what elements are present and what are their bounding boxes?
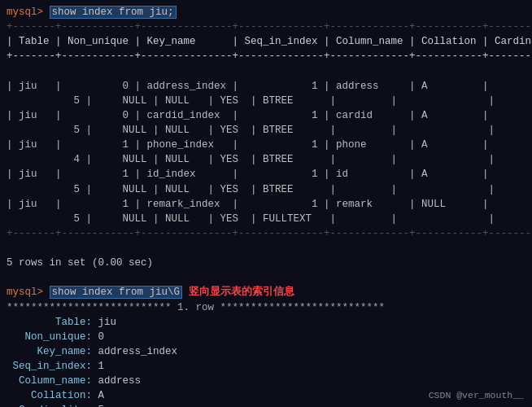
separator-top: +-------+------------+---------------+--…	[7, 20, 525, 34]
result-count: 5 rows in set (0.00 sec)	[7, 256, 525, 270]
prompt-2: mysql>	[7, 287, 50, 298]
table-row-1b: 5 | NULL | NULL | YES | BTREE | | |	[7, 94, 525, 108]
empty-3	[7, 270, 525, 285]
watermark: CSDN @ver_mouth__	[429, 390, 524, 400]
table-row-3a: | jiu | 1 | phone_index | 1 | phone | A …	[7, 138, 525, 152]
vfield-table: Table: jiu	[7, 315, 525, 330]
empty-2	[7, 241, 525, 256]
command-2-text: show index from jiu\G	[50, 286, 183, 299]
vfield-keyname: Key_name: address_index	[7, 344, 525, 359]
table-row-2a: | jiu | 0 | cardid_index | 1 | cardid | …	[7, 108, 525, 123]
command-line-1: mysql> show index from jiu;	[7, 5, 525, 20]
table-header: | Table | Non_unique | Key_name | Seq_in…	[7, 34, 525, 49]
command-line-2: mysql> show index from jiu\G竖向显示表的索引信息	[7, 285, 525, 300]
empty-1	[7, 64, 525, 79]
prompt-1: mysql>	[7, 7, 50, 18]
table-row-2b: 5 | NULL | NULL | YES | BTREE | | |	[7, 123, 525, 138]
table-row-4b: 5 | NULL | NULL | YES | BTREE | | |	[7, 182, 525, 197]
vfield-seqinindex: Seq_in_index: 1	[7, 359, 525, 374]
command-1-text: show index from jiu;	[50, 6, 177, 19]
table-subheader: +-------+------------+---------------+--…	[7, 49, 525, 63]
separator-bottom: +-------+------------+---------------+--…	[7, 226, 525, 241]
annotation-text: 竖向显示表的索引信息	[189, 287, 294, 298]
terminal: mysql> show index from jiu; +-------+---…	[0, 0, 532, 407]
table-row-3b: 4 | NULL | NULL | YES | BTREE | | |	[7, 152, 525, 167]
table-row-5b: 5 | NULL | NULL | YES | FULLTEXT | | |	[7, 212, 525, 226]
table-row-4a: | jiu | 1 | id_index | 1 | id | A | | | …	[7, 167, 525, 182]
table-row-5a: | jiu | 1 | remark_index | 1 | remark | …	[7, 197, 525, 212]
vfield-columnname: Column_name: address	[7, 374, 525, 388]
vfield-cardinality: Cardinality: 5	[7, 403, 525, 407]
table-row-1a: | jiu | 0 | address_index | 1 | address …	[7, 79, 525, 94]
vfield-nonunique: Non_unique: 0	[7, 330, 525, 344]
vertical-stars: *************************** 1. row *****…	[7, 300, 525, 315]
